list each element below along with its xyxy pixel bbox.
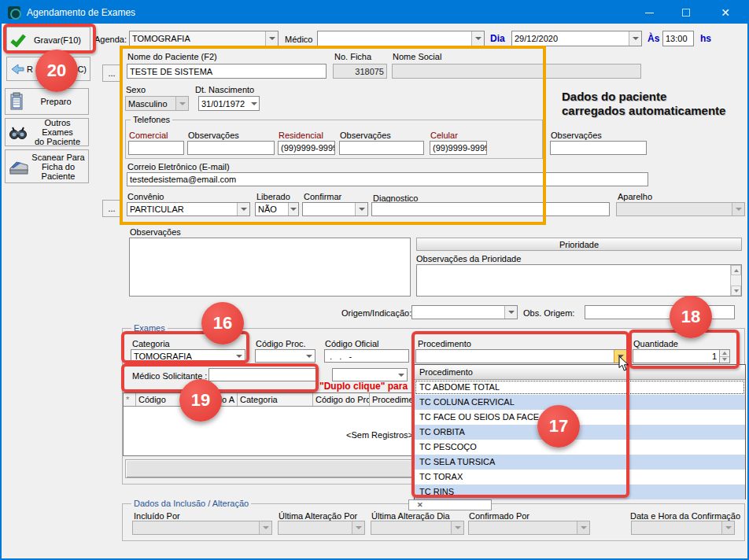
procedimento-combo[interactable]	[415, 349, 627, 363]
codigo-oficial-input[interactable]: . . -	[324, 349, 409, 363]
grid-col-codigo-pro[interactable]: Código do Pro	[313, 393, 370, 406]
close-icon: ✕	[721, 6, 730, 19]
medico-combo[interactable]	[317, 31, 485, 46]
chevron-down-icon[interactable]	[265, 31, 278, 46]
chevron-down-icon[interactable]	[234, 350, 245, 362]
observacoes-label: Observações	[130, 227, 181, 237]
ultima-alteracao-por-combo	[278, 521, 365, 535]
confirmado-por-label: Confirmado Por	[469, 511, 529, 521]
gravar-button[interactable]: Gravar(F10)	[6, 27, 90, 53]
chevron-down-icon[interactable]	[355, 203, 367, 216]
spinner-buttons[interactable]	[719, 350, 729, 363]
convenio-combo[interactable]: PARTICULAR	[127, 202, 250, 216]
spin-up-icon[interactable]	[720, 350, 729, 357]
list-item[interactable]: TC RINS	[415, 484, 745, 499]
quantidade-stepper[interactable]: 1	[633, 349, 730, 363]
agenda-value: TOMOGRAFIA	[130, 34, 265, 43]
convenio-label: Convênio	[127, 192, 164, 201]
binoculars-icon	[9, 124, 28, 140]
chevron-down-icon[interactable]	[249, 97, 259, 110]
duplo-clique-note: "Duplo clique" para	[319, 381, 408, 392]
list-item[interactable]: TC COLUNA CERVICAL	[415, 395, 745, 410]
close-button[interactable]: ✕	[705, 2, 746, 24]
outros-exames-label-line1: Outros Exames	[30, 118, 85, 137]
obs3-input[interactable]	[550, 141, 647, 155]
callout-18: 18	[670, 296, 712, 338]
residencial-input[interactable]: (99)9999-9999	[278, 141, 335, 155]
convenio-browse-button[interactable]: ...	[102, 200, 121, 217]
email-input[interactable]: testedesistema@email.com	[127, 172, 648, 186]
prioridade-scrollbar[interactable]	[730, 265, 741, 296]
scanear-label-line1: Scanear Para	[31, 153, 85, 162]
agenda-combo[interactable]: TOMOGRAFIA	[129, 31, 279, 46]
chevron-down-icon[interactable]	[629, 31, 641, 46]
codigo-oficial-value: . . -	[327, 352, 352, 361]
ellipsis-label: ...	[108, 68, 115, 78]
chevron-down-icon[interactable]	[504, 306, 517, 319]
list-item[interactable]: TC ORBITA	[415, 425, 745, 440]
spin-down-icon[interactable]	[720, 357, 729, 363]
auto-note-line1: Dados do paciente	[562, 90, 666, 103]
obs-origem-input[interactable]	[585, 305, 735, 319]
origem-combo[interactable]	[411, 305, 518, 319]
obs1-label: Observações	[188, 131, 239, 140]
outros-exames-button[interactable]: Outros Exames do Paciente	[5, 118, 89, 146]
list-item[interactable]: TC SELA TURSICA	[415, 455, 745, 470]
chevron-down-icon	[577, 521, 589, 534]
callout-16: 16	[201, 302, 244, 344]
chevron-down-icon[interactable]	[237, 203, 249, 216]
chevron-down-icon[interactable]	[304, 350, 315, 362]
obs2-input[interactable]	[339, 141, 424, 155]
ellipsis-label: ...	[108, 204, 115, 213]
nome-paciente-value: TESTE DE SISTEMA	[130, 67, 212, 76]
codigo-proc-combo[interactable]	[255, 349, 315, 363]
chevron-down-icon[interactable]	[471, 31, 484, 46]
sexo-value: Masculino	[126, 99, 175, 109]
grid-col-categoria[interactable]: Categoria	[238, 393, 313, 406]
time-input[interactable]: 13:00	[662, 31, 694, 46]
list-item[interactable]: TC FACE OU SEIOS DA FACE	[415, 410, 745, 425]
observacoes-textarea[interactable]	[129, 238, 411, 297]
preparo-button[interactable]: Preparo	[5, 88, 89, 115]
incluido-por-label: Incluído Por	[134, 511, 180, 521]
nascimento-label: Dt. Nascimento	[195, 85, 254, 94]
obs1-input[interactable]	[187, 141, 275, 155]
list-item[interactable]: TC TORAX	[415, 470, 745, 484]
nascimento-combo[interactable]: 31/01/1972	[198, 96, 260, 111]
grid-corner-icon[interactable]: *	[124, 393, 136, 406]
quantidade-label: Quantidade	[633, 339, 678, 348]
minimize-button[interactable]	[631, 2, 667, 24]
confirmar-combo[interactable]	[302, 202, 368, 216]
maximize-button[interactable]	[668, 2, 704, 24]
scroll-up-icon[interactable]	[731, 265, 741, 275]
categoria-combo[interactable]: TOMOGRAFIA	[131, 349, 245, 363]
maximize-icon	[682, 9, 690, 17]
dia-label: Dia	[490, 34, 505, 43]
chevron-down-icon	[259, 521, 271, 534]
celular-value: (99)9999-9999	[433, 143, 487, 153]
list-item[interactable]: TC ABDOME TOTAL	[415, 380, 745, 395]
incluido-por-combo	[132, 521, 272, 535]
dia-combo[interactable]: 29/12/2020	[511, 31, 642, 46]
liberado-combo[interactable]: NÃO	[255, 202, 299, 216]
chevron-down-icon[interactable]	[396, 369, 407, 381]
medico-solicitante-combo[interactable]	[332, 368, 408, 381]
diagnostico-input[interactable]	[371, 202, 610, 216]
scanear-button[interactable]: Scanear Para Ficha do Paciente	[5, 149, 89, 183]
prioridade-header[interactable]: Prioridade	[416, 238, 742, 251]
scroll-down-icon[interactable]	[731, 286, 741, 296]
dropdown-close-tab[interactable]: ✕	[408, 499, 492, 510]
ultima-alteracao-dia-combo	[371, 521, 464, 535]
medico-solicitante-input[interactable]	[208, 368, 318, 381]
residencial-label: Residencial	[279, 131, 323, 140]
chevron-down-icon[interactable]	[288, 203, 298, 216]
celular-input[interactable]: (99)9999-9999	[430, 141, 487, 155]
patient-browse-button[interactable]: ...	[102, 64, 121, 82]
scanner-icon	[9, 157, 29, 176]
comercial-input[interactable]	[128, 141, 184, 155]
list-item[interactable]: TC PESCOÇO	[415, 440, 745, 455]
confirmar-label: Confirmar	[304, 192, 341, 201]
hs-label: hs	[700, 34, 711, 43]
nome-paciente-input[interactable]: TESTE DE SISTEMA	[127, 64, 327, 79]
prioridade-textarea[interactable]	[416, 264, 742, 297]
